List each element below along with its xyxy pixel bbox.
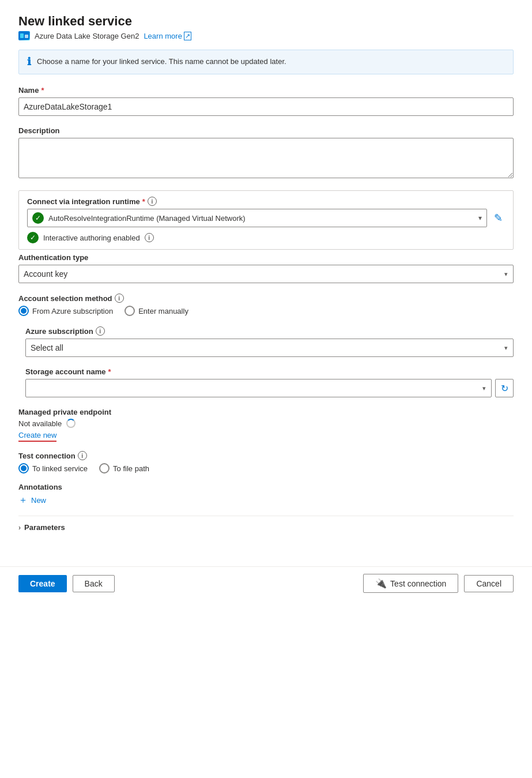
runtime-dropdown[interactable]: ✓ AutoResolveIntegrationRuntime (Managed… [27,209,487,227]
runtime-edit-icon[interactable]: ✎ [492,209,505,227]
runtime-label: Connect via integration runtime * i [27,197,505,206]
interactive-authoring-text: Interactive authoring enabled [43,234,140,242]
account-method-section: Account selection method i From Azure su… [18,294,514,316]
runtime-value: AutoResolveIntegrationRuntime (Managed V… [48,214,474,223]
test-connection-footer-label: Test connection [390,579,446,588]
interactive-check-icon: ✓ [27,232,39,243]
account-method-info-icon[interactable]: i [115,294,124,303]
not-available-text: Not available [18,419,62,428]
azure-sub-info-icon[interactable]: i [96,326,105,336]
test-connection-section: Test connection i To linked service To f… [18,451,514,473]
storage-account-label: Storage account name * [25,367,514,376]
info-banner: ℹ Choose a name for your linked service.… [18,50,514,74]
storage-account-dropdown[interactable] [25,379,492,397]
back-button[interactable]: Back [73,575,115,592]
auth-type-label: Authentication type [18,253,514,262]
storage-account-row: ▾ ↻ [25,379,514,397]
create-button[interactable]: Create [18,575,67,592]
managed-endpoint-section: Managed private endpoint Not available C… [18,408,514,443]
account-method-radio-group: From Azure subscription Enter manually [18,306,514,316]
test-connection-radio-group: To linked service To file path [18,463,514,473]
info-icon: ℹ [27,55,31,68]
runtime-required-star: * [142,197,145,206]
radio-linked-service[interactable]: To linked service [18,463,88,473]
storage-refresh-button[interactable]: ↻ [495,379,514,397]
annotations-label: Annotations [18,483,514,491]
annotations-section: Annotations ＋ New [18,483,514,506]
storage-account-section: Storage account name * ▾ ↻ [18,367,514,397]
info-banner-text: Choose a name for your linked service. T… [37,56,286,67]
radio-azure-inner [21,308,27,314]
plus-icon: ＋ [18,494,28,506]
auth-type-dropdown[interactable]: Account key [18,265,514,283]
runtime-chevron-icon: ▾ [478,214,482,222]
service-icon [18,31,30,40]
test-connection-button[interactable]: 🔌 Test connection [363,574,458,593]
radio-filepath-outer [99,463,110,473]
name-label: Name * [18,86,514,95]
azure-sub-label: Azure subscription i [25,326,514,336]
radio-manual[interactable]: Enter manually [124,306,188,316]
auth-type-section: Authentication type Account key ▾ [18,253,514,283]
page-title: New linked service [18,14,514,29]
azure-sub-value: Select all [31,343,63,352]
test-connection-icon: 🔌 [375,578,387,589]
interactive-info-icon[interactable]: i [145,233,154,242]
radio-file-path[interactable]: To file path [99,463,149,473]
annotations-new-button[interactable]: ＋ New [18,494,46,506]
radio-azure-outer [18,306,29,316]
footer-right: 🔌 Test connection Cancel [363,574,514,593]
create-new-link[interactable]: Create new [18,431,56,442]
radio-linked-inner [21,465,27,471]
name-required-star: * [41,86,44,95]
parameters-section: › Parameters [18,523,514,532]
subtitle-text: Azure Data Lake Storage Gen2 [35,32,139,40]
radio-manual-label: Enter manually [138,307,188,315]
external-link-icon: ↗ [184,32,191,40]
name-section: Name * [18,86,514,116]
radio-linked-outer [18,463,29,473]
not-available-row: Not available [18,419,514,428]
parameters-chevron-icon: › [18,524,21,532]
interactive-authoring-row: ✓ Interactive authoring enabled i [27,232,505,243]
test-connection-label: Test connection i [18,451,514,460]
auth-type-dropdown-wrapper: Account key ▾ [18,265,514,283]
svg-rect-2 [25,35,28,38]
description-input[interactable] [18,138,514,178]
managed-endpoint-label: Managed private endpoint [18,408,514,416]
azure-sub-dropdown[interactable]: Select all [25,339,514,357]
runtime-info-icon[interactable]: i [148,197,157,206]
annotations-new-label: New [31,496,46,505]
azure-sub-section: Azure subscription i Select all ▾ [18,326,514,357]
radio-azure-subscription[interactable]: From Azure subscription [18,306,113,316]
divider [18,516,514,516]
radio-linked-label: To linked service [32,464,88,473]
learn-more-link[interactable]: Learn more ↗ [144,32,191,40]
radio-filepath-label: To file path [113,464,149,473]
runtime-section: Connect via integration runtime * i ✓ Au… [18,190,514,250]
account-method-label: Account selection method i [18,294,514,303]
parameters-header[interactable]: › Parameters [18,523,514,532]
radio-azure-label: From Azure subscription [32,307,113,315]
cancel-button[interactable]: Cancel [464,575,514,592]
radio-manual-outer [124,306,135,316]
footer-bar: Create Back 🔌 Test connection Cancel [0,566,532,600]
test-connection-info-icon[interactable]: i [78,451,87,460]
name-input[interactable] [18,97,514,116]
loading-spinner [66,419,76,428]
footer-left: Create Back [18,575,115,592]
storage-required-star: * [108,367,111,376]
auth-type-value: Account key [24,269,67,279]
description-section: Description [18,126,514,180]
azure-sub-dropdown-wrapper: Select all ▾ [25,339,514,357]
description-label: Description [18,126,514,135]
parameters-label: Parameters [24,523,65,532]
runtime-check-icon: ✓ [32,212,44,224]
storage-account-dropdown-wrapper: ▾ [25,379,492,397]
svg-rect-1 [20,33,24,38]
